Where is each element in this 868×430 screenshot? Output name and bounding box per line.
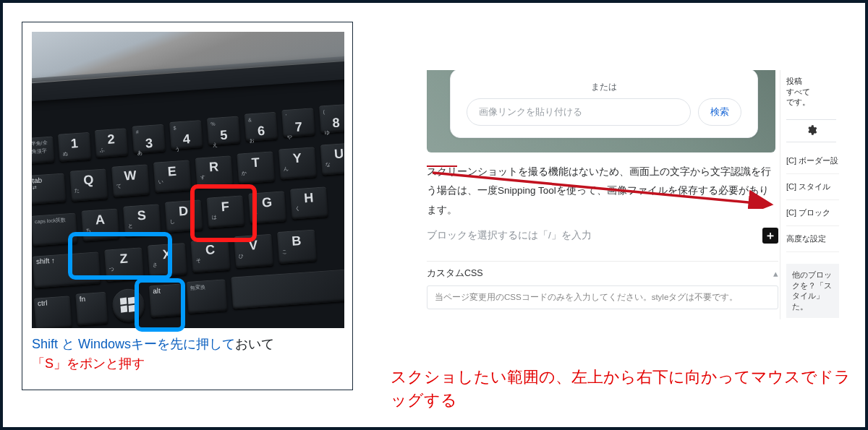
key-t: Tか bbox=[237, 151, 275, 184]
gear-icon bbox=[806, 124, 817, 136]
add-block-button[interactable]: ＋ bbox=[762, 228, 778, 244]
sidebar-item-advanced[interactable]: 高度な設定 bbox=[786, 226, 839, 252]
block-placeholder[interactable]: ブロックを選択するには「/」を入力 bbox=[427, 229, 762, 242]
key-fn: fn bbox=[75, 292, 108, 326]
left-panel: 半角/全角漢字 1ぬ 2ふ #3あ $4う %5え &6お '7や (8ゆ ta… bbox=[22, 22, 353, 390]
key-u: Uな bbox=[320, 142, 344, 175]
sidebar-bottom-note: 他のブロックを？「スタイル」た。 bbox=[786, 264, 839, 318]
key-capslock: caps lock英数 bbox=[32, 212, 77, 246]
left-caption: Shift と Windowsキーを先に押しておいて 「S」をポンと押す bbox=[32, 335, 343, 374]
sidebar-item-style[interactable]: [C] スタイル bbox=[786, 174, 839, 200]
sidebar-list: [C] ボーダー設 [C] スタイル [C] ブロック 高度な設定 bbox=[786, 148, 839, 252]
key-3: #3あ bbox=[132, 124, 166, 154]
key-windows bbox=[111, 288, 145, 323]
key-c: Cそ bbox=[191, 238, 231, 273]
key-ctrl: ctrl bbox=[34, 296, 72, 328]
search-button[interactable]: 検索 bbox=[698, 98, 741, 126]
custom-css-textarea[interactable]: 当ページ変更用のCSSコードのみを入力してください。styleタグは不要です。 bbox=[427, 285, 778, 309]
sidebar-item-border[interactable]: [C] ボーダー設 bbox=[786, 148, 839, 174]
key-tab: tab⇄ bbox=[32, 173, 66, 204]
key-w: Wて bbox=[111, 164, 150, 197]
image-link-placeholder: 画像リンクを貼り付ける bbox=[479, 106, 582, 119]
editor-screenshot: または 画像リンクを貼り付ける 検索 スクリーンショットを撮る機能はないため、画… bbox=[401, 70, 842, 319]
sidebar-item-block[interactable]: [C] ブロック bbox=[786, 200, 839, 226]
key-shift: shift ↑ bbox=[33, 251, 101, 288]
key-g: Gき bbox=[248, 191, 286, 223]
paragraph-text: スクリーンショットを撮る機能はないため、画面上の文字から文字認識を行う場合は、一… bbox=[427, 163, 778, 220]
key-4: $4う bbox=[169, 120, 203, 150]
key-h: Hく bbox=[290, 186, 328, 219]
custom-css-header[interactable]: カスタムCSS ▴ bbox=[427, 261, 778, 285]
key-space bbox=[231, 269, 344, 309]
editor-sidebar: 投稿 すべて です。 [C] ボーダー設 [C] スタイル [C] ブロック 高… bbox=[780, 70, 842, 319]
key-d: Dし bbox=[165, 199, 203, 232]
key-z: Zつ bbox=[104, 247, 144, 282]
key-1: 1ぬ bbox=[58, 132, 92, 162]
key-6: &6お bbox=[244, 112, 278, 142]
key-hankaku: 半角/全角漢字 bbox=[32, 136, 54, 163]
key-2: 2ふ bbox=[95, 128, 129, 158]
key-a: Aち bbox=[81, 208, 119, 241]
key-8: (8ゆ bbox=[319, 104, 344, 134]
key-r: Rす bbox=[195, 155, 234, 188]
right-caption: スクショしたい範囲の、左上から右下に向かってマウスでドラッグする bbox=[391, 366, 851, 412]
keyboard-photo: 半角/全角漢字 1ぬ 2ふ #3あ $4う %5え &6お '7や (8ゆ ta… bbox=[32, 32, 344, 328]
key-q: Qた bbox=[69, 168, 108, 201]
key-s: Sと bbox=[123, 204, 161, 236]
sidebar-settings-row[interactable] bbox=[786, 119, 836, 142]
key-e: Eい bbox=[153, 160, 192, 192]
editor-main: または 画像リンクを貼り付ける 検索 スクリーンショットを撮る機能はないため、画… bbox=[401, 70, 780, 319]
image-link-input[interactable]: 画像リンクを貼り付ける bbox=[467, 98, 691, 126]
key-7: '7や bbox=[281, 108, 315, 137]
image-upload-card: または 画像リンクを貼り付ける 検索 bbox=[450, 70, 758, 138]
key-muhenkan: 無変換 bbox=[186, 279, 227, 314]
key-alt: alt bbox=[149, 284, 183, 318]
sidebar-top-note: 投稿 すべて です。 bbox=[786, 76, 839, 108]
key-b: Bこ bbox=[277, 229, 317, 264]
windows-icon bbox=[120, 297, 137, 314]
chevron-up-icon: ▴ bbox=[773, 268, 778, 279]
key-x: Xさ bbox=[148, 243, 187, 278]
key-5: %5え bbox=[207, 116, 241, 145]
key-f: Fは bbox=[206, 195, 244, 228]
card-or-label: または bbox=[451, 81, 757, 93]
key-y: Yん bbox=[278, 147, 317, 179]
key-v: Vひ bbox=[234, 234, 273, 269]
